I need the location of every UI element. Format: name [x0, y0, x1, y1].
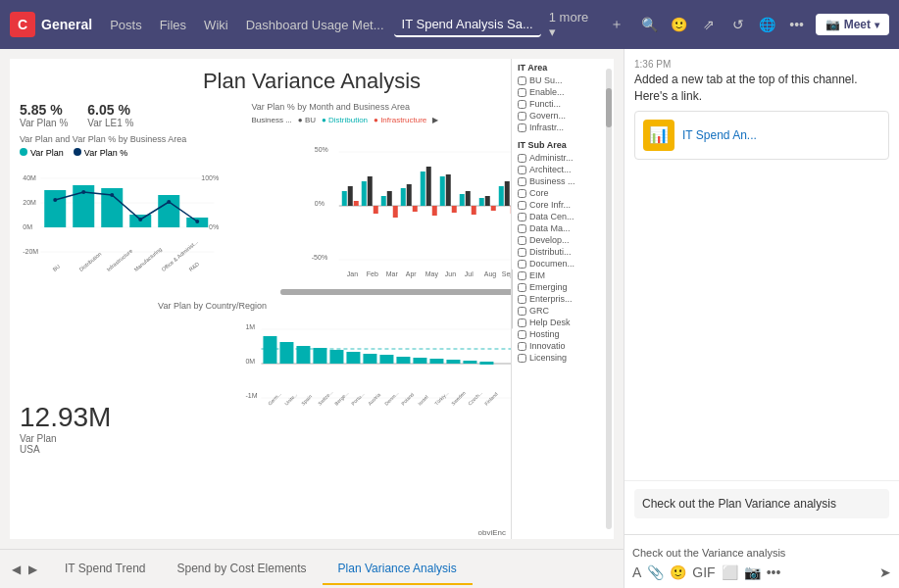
tab-it-spend-trend[interactable]: IT Spend Trend [49, 554, 162, 585]
meet-chat-icon[interactable]: 📷 [744, 564, 761, 580]
tab-spend-by-cost[interactable]: Spend by Cost Elements [162, 554, 323, 585]
svg-rect-35 [348, 186, 353, 206]
filter-data-ma[interactable]: Data Ma... [518, 223, 608, 233]
content-panel: Plan Variance Analysis 5.85 % Var Plan % [0, 49, 624, 588]
sticker-icon[interactable]: ⬜ [722, 564, 738, 580]
svg-rect-55 [479, 198, 484, 206]
svg-text:Portu...: Portu... [350, 391, 366, 407]
nav-dashboard[interactable]: Dashboard Usage Met... [238, 14, 392, 36]
svg-rect-48 [432, 206, 437, 216]
kpi-var-le1: 6.05 % Var LE1 % [87, 102, 133, 128]
svg-text:20M: 20M [23, 199, 36, 206]
kpi-row: 5.85 % Var Plan % 6.05 % Var LE1 % [20, 102, 241, 128]
svg-rect-45 [413, 206, 418, 212]
filter-distributi[interactable]: Distributi... [518, 247, 608, 257]
filter-functi[interactable]: Functi... [518, 99, 608, 109]
team-logo: C [10, 12, 35, 37]
more-chat-icon[interactable]: ••• [767, 564, 781, 580]
filter-architect[interactable]: Architect... [518, 165, 608, 174]
nav-wiki[interactable]: Wiki [196, 14, 236, 36]
chat-input-area: Check out the Variance analysis A 📎 🙂 GI… [624, 534, 899, 588]
legend-var-plan-pct: Var Plan % [74, 148, 127, 158]
dashboard-content: Plan Variance Analysis 5.85 % Var Plan % [10, 59, 614, 539]
filter-hosting[interactable]: Hosting [518, 329, 608, 339]
filter-documen[interactable]: Documen... [518, 259, 608, 269]
topbar: C General Posts Files Wiki Dashboard Usa… [0, 0, 899, 49]
filter-core[interactable]: Core [518, 188, 608, 198]
powerbi-card-icon: 📊 [643, 120, 674, 151]
meet-button[interactable]: 📷 Meet ▾ [816, 14, 889, 35]
filter-enterpris[interactable]: Enterpris... [518, 294, 608, 304]
svg-rect-34 [342, 191, 347, 206]
svg-rect-91 [397, 357, 411, 364]
filters-scrollbar[interactable] [606, 69, 612, 529]
svg-text:0%: 0% [315, 200, 325, 207]
svg-rect-84 [280, 342, 294, 364]
send-button[interactable]: ➤ [879, 564, 891, 580]
gif-icon[interactable]: GIF [692, 564, 715, 580]
svg-rect-54 [472, 206, 476, 215]
business-area-chart: 40M 20M 0M -20M 100% 0% [20, 161, 241, 278]
filter-develop[interactable]: Develop... [518, 235, 608, 245]
globe-icon[interactable]: 🌐 [757, 17, 778, 32]
filter-emerging[interactable]: Emerging [518, 282, 608, 292]
svg-text:100%: 100% [201, 174, 219, 181]
add-tab-icon[interactable]: ＋ [606, 16, 627, 33]
nav-files[interactable]: Files [152, 14, 194, 36]
filter-data-cen[interactable]: Data Cen... [518, 212, 608, 221]
reaction-icon[interactable]: 🙂 [669, 17, 690, 32]
filter-bu-su[interactable]: BU Su... [518, 75, 608, 85]
svg-text:-50%: -50% [312, 254, 327, 261]
svg-rect-47 [426, 167, 431, 206]
legend-more-icon[interactable]: ▶ [432, 116, 438, 124]
filter-administr[interactable]: Administr... [518, 153, 608, 163]
filter-business[interactable]: Business ... [518, 176, 608, 186]
filter-helpdesk[interactable]: Help Desk [518, 318, 608, 327]
svg-text:-20M: -20M [23, 248, 38, 255]
nav-posts[interactable]: Posts [102, 14, 150, 36]
svg-rect-49 [440, 176, 445, 206]
filters-tab[interactable]: Filters [511, 269, 513, 328]
svg-rect-89 [364, 354, 377, 364]
chat-message-1: 1:36 PM Added a new tab at the top of th… [634, 59, 889, 160]
svg-rect-36 [354, 201, 359, 206]
legend-business: Business ... [251, 116, 291, 124]
filter-eim[interactable]: EIM [518, 270, 608, 280]
svg-point-18 [110, 193, 114, 197]
filter-govern[interactable]: Govern... [518, 111, 608, 121]
filter-grc[interactable]: GRC [518, 306, 608, 316]
svg-text:Distribution: Distribution [78, 251, 103, 272]
filter-licensing[interactable]: Licensing [518, 353, 608, 363]
tab-next-arrow[interactable]: ▶ [26, 561, 39, 578]
nav-more[interactable]: 1 more ▾ [543, 6, 604, 43]
top-nav: Posts Files Wiki Dashboard Usage Met... … [102, 6, 627, 43]
emoji-icon[interactable]: 🙂 [670, 564, 686, 580]
card-link-it-spend[interactable]: 📊 IT Spend An... [634, 111, 889, 160]
svg-text:Spain: Spain [300, 394, 313, 407]
topbar-icons: 🔍 🙂 ⇗ ↺ 🌐 ••• 📷 Meet ▾ [639, 14, 889, 35]
more-options-icon[interactable]: ••• [786, 17, 808, 32]
it-area-title: IT Area [518, 63, 608, 73]
svg-text:Jan: Jan [347, 270, 358, 277]
legend-var-plan: Var Plan [20, 148, 64, 158]
svg-rect-41 [387, 191, 392, 206]
powerbi-embed[interactable]: Plan Variance Analysis 5.85 % Var Plan % [0, 49, 624, 588]
tab-prev-arrow[interactable]: ◀ [10, 561, 23, 578]
svg-rect-39 [374, 206, 378, 214]
kpi-var-plan-pct: 5.85 % Var Plan % [20, 102, 68, 128]
main-layout: Plan Variance Analysis 5.85 % Var Plan % [0, 49, 899, 588]
format-icon[interactable]: A [632, 564, 641, 580]
search-icon[interactable]: 🔍 [639, 17, 661, 32]
tab-plan-variance[interactable]: Plan Variance Analysis [323, 554, 473, 585]
filter-innovation[interactable]: Innovatio [518, 341, 608, 351]
filters-content: IT Area BU Su... Enable... Functi... Gov… [512, 59, 614, 539]
attachment-icon[interactable]: 📎 [647, 564, 664, 580]
svg-point-19 [138, 218, 142, 221]
svg-text:0%: 0% [209, 223, 219, 230]
refresh-icon[interactable]: ↺ [727, 17, 749, 32]
nav-it-spend[interactable]: IT Spend Analysis Sa... [394, 13, 541, 37]
share-icon[interactable]: ⇗ [698, 17, 720, 32]
filter-core-infr[interactable]: Core Infr... [518, 200, 608, 210]
filter-enable[interactable]: Enable... [518, 87, 608, 97]
filter-infrastr[interactable]: Infrastr... [518, 122, 608, 132]
